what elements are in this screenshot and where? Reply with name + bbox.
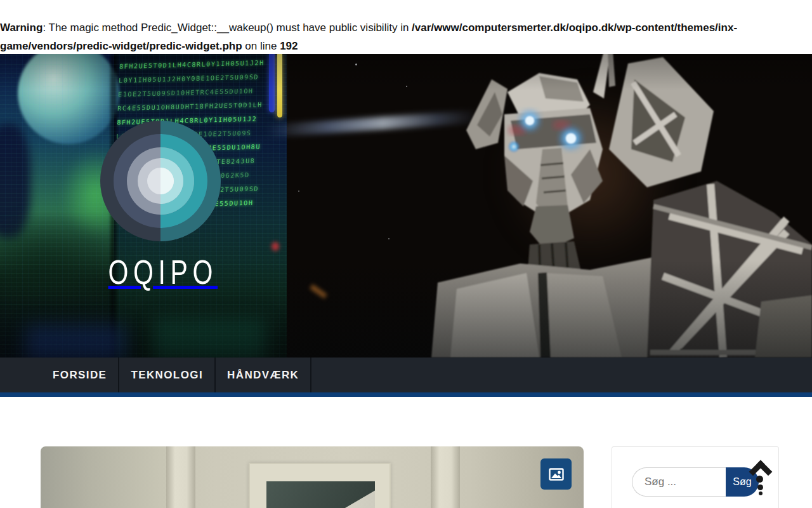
nav-accent-bar (0, 392, 812, 397)
nav-link-teknologi[interactable]: TEKNOLOGI (119, 358, 214, 392)
search-input[interactable] (632, 467, 726, 497)
warning-line-number: 192 (280, 40, 298, 52)
nav-link-haandvaerk[interactable]: HÅNDVÆRK (216, 358, 310, 392)
nav-item: HÅNDVÆRK (216, 358, 311, 392)
warning-text2: on line (242, 40, 280, 52)
back-to-top-widget[interactable] (750, 458, 778, 498)
search-form: Søg (632, 467, 759, 497)
main-content: Søg (0, 397, 812, 508)
nav-item: TEKNOLOGI (119, 358, 216, 392)
site-logo-link[interactable]: OQIPO (58, 121, 263, 286)
php-warning: Warning: The magic method Predic_Widget:… (0, 0, 812, 54)
dot-medium (757, 485, 763, 490)
post-featured-image-link[interactable] (41, 446, 584, 508)
door-frame-graphic (249, 463, 391, 508)
image-format-badge (540, 458, 572, 490)
site-logo-mark (100, 121, 221, 241)
warning-text: : The magic method Predic_Widget::__wake… (43, 22, 412, 34)
site-title: OQIPO (83, 258, 239, 286)
wall-trim-left (166, 446, 195, 508)
dot-large (756, 476, 763, 483)
dot-small (759, 491, 763, 495)
nav-link-forside[interactable]: FORSIDE (41, 358, 118, 392)
door-opening-graphic (266, 481, 375, 508)
image-icon (547, 465, 565, 483)
warning-label: Warning (0, 22, 43, 34)
main-navigation: FORSIDE TEKNOLOGI HÅNDVÆRK (0, 358, 812, 392)
nav-menu: FORSIDE TEKNOLOGI HÅNDVÆRK (41, 358, 812, 392)
hero-banner: 8FH2UE5T0D1LH4C8RL0Y1IH05U1J2HL0Y1IH05U1… (0, 54, 812, 358)
page: Warning: The magic method Predic_Widget:… (0, 0, 812, 508)
door-graphic (266, 481, 375, 508)
wall-trim-right (431, 446, 460, 508)
nav-item: FORSIDE (41, 358, 119, 392)
